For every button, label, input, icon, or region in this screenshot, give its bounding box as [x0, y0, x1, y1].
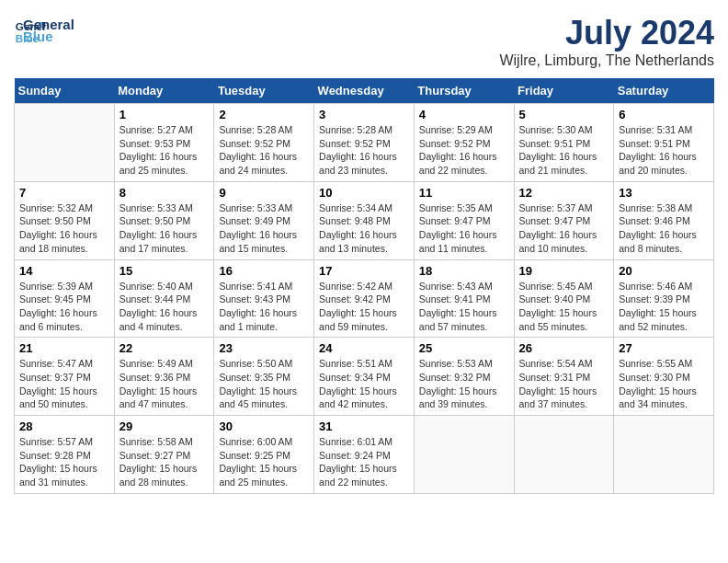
daylight: Daylight: 15 hours and 50 minutes.: [19, 385, 97, 410]
calendar-cell: 29 Sunrise: 5:58 AM Sunset: 9:27 PM Dayl…: [114, 416, 214, 494]
sunset: Sunset: 9:53 PM: [119, 138, 191, 149]
sunrise: Sunrise: 5:45 AM: [519, 281, 593, 292]
sunset: Sunset: 9:24 PM: [319, 450, 391, 461]
calendar-cell: 10 Sunrise: 5:34 AM Sunset: 9:48 PM Dayl…: [314, 181, 415, 259]
calendar-cell: 25 Sunrise: 5:53 AM Sunset: 9:32 PM Dayl…: [414, 338, 514, 416]
day-info: Sunrise: 5:29 AM Sunset: 9:52 PM Dayligh…: [419, 123, 509, 178]
sunrise: Sunrise: 5:28 AM: [319, 124, 392, 135]
logo-blue: Blue: [23, 29, 74, 44]
day-number: 29: [119, 419, 210, 433]
sunrise: Sunrise: 5:49 AM: [119, 358, 193, 369]
day-number: 20: [619, 264, 709, 278]
calendar-row-4: 28 Sunrise: 5:57 AM Sunset: 9:28 PM Dayl…: [15, 416, 714, 494]
sunrise: Sunrise: 5:54 AM: [519, 358, 593, 369]
calendar-cell: 6 Sunrise: 5:31 AM Sunset: 9:51 PM Dayli…: [614, 104, 714, 182]
daylight: Daylight: 15 hours and 25 minutes.: [219, 463, 297, 488]
calendar-cell: 23 Sunrise: 5:50 AM Sunset: 9:35 PM Dayl…: [214, 338, 314, 416]
daylight: Daylight: 16 hours and 18 minutes.: [19, 229, 97, 254]
calendar-cell: 21 Sunrise: 5:47 AM Sunset: 9:37 PM Dayl…: [15, 338, 115, 416]
day-number: 16: [219, 264, 309, 278]
sunset: Sunset: 9:45 PM: [19, 293, 91, 304]
daylight: Daylight: 16 hours and 23 minutes.: [319, 151, 397, 176]
sunset: Sunset: 9:49 PM: [219, 215, 290, 226]
day-info: Sunrise: 5:31 AM Sunset: 9:51 PM Dayligh…: [619, 123, 709, 178]
day-info: Sunrise: 6:01 AM Sunset: 9:24 PM Dayligh…: [319, 435, 409, 489]
sunset: Sunset: 9:41 PM: [419, 293, 491, 304]
day-number: 8: [119, 186, 210, 200]
day-info: Sunrise: 5:39 AM Sunset: 9:45 PM Dayligh…: [19, 280, 109, 334]
daylight: Daylight: 15 hours and 34 minutes.: [619, 385, 697, 410]
calendar-cell: 4 Sunrise: 5:29 AM Sunset: 9:52 PM Dayli…: [414, 104, 514, 182]
sunset: Sunset: 9:52 PM: [219, 138, 290, 149]
sunrise: Sunrise: 5:39 AM: [19, 281, 93, 292]
sunset: Sunset: 9:37 PM: [19, 372, 91, 383]
day-info: Sunrise: 5:30 AM Sunset: 9:51 PM Dayligh…: [519, 123, 609, 178]
day-number: 18: [419, 264, 509, 278]
page-header: General Blue General Blue July 2024 Wijl…: [14, 14, 714, 69]
calendar-cell: 24 Sunrise: 5:51 AM Sunset: 9:34 PM Dayl…: [314, 338, 415, 416]
day-number: 1: [119, 108, 210, 121]
day-info: Sunrise: 5:51 AM Sunset: 9:34 PM Dayligh…: [319, 357, 409, 411]
daylight: Daylight: 16 hours and 8 minutes.: [619, 229, 697, 254]
sunrise: Sunrise: 5:29 AM: [419, 124, 493, 135]
daylight: Daylight: 15 hours and 45 minutes.: [219, 385, 297, 410]
day-info: Sunrise: 5:28 AM Sunset: 9:52 PM Dayligh…: [219, 123, 309, 178]
day-info: Sunrise: 5:41 AM Sunset: 9:43 PM Dayligh…: [219, 280, 309, 334]
calendar-cell: [614, 416, 714, 494]
sunrise: Sunrise: 5:58 AM: [119, 436, 193, 447]
col-sunday: Sunday: [15, 78, 115, 104]
day-info: Sunrise: 5:54 AM Sunset: 9:31 PM Dayligh…: [519, 357, 609, 411]
day-number: 15: [119, 264, 210, 278]
daylight: Daylight: 16 hours and 24 minutes.: [219, 151, 297, 176]
day-number: 9: [219, 186, 309, 200]
sunrise: Sunrise: 5:28 AM: [219, 124, 292, 135]
day-number: 24: [319, 341, 409, 355]
day-number: 4: [419, 108, 509, 121]
month-year: July 2024: [499, 14, 714, 52]
calendar-cell: 2 Sunrise: 5:28 AM Sunset: 9:52 PM Dayli…: [214, 104, 314, 182]
calendar-table: Sunday Monday Tuesday Wednesday Thursday…: [14, 78, 714, 494]
sunset: Sunset: 9:51 PM: [519, 138, 591, 149]
day-info: Sunrise: 5:46 AM Sunset: 9:39 PM Dayligh…: [619, 280, 709, 334]
sunset: Sunset: 9:25 PM: [219, 450, 290, 461]
col-monday: Monday: [114, 78, 214, 104]
calendar-cell: 17 Sunrise: 5:42 AM Sunset: 9:42 PM Dayl…: [314, 259, 415, 338]
calendar-cell: 18 Sunrise: 5:43 AM Sunset: 9:41 PM Dayl…: [414, 259, 514, 338]
day-number: 23: [219, 341, 309, 355]
day-number: 3: [319, 108, 409, 121]
sunrise: Sunrise: 5:37 AM: [519, 202, 593, 213]
calendar-row-2: 14 Sunrise: 5:39 AM Sunset: 9:45 PM Dayl…: [15, 259, 714, 338]
calendar-cell: 1 Sunrise: 5:27 AM Sunset: 9:53 PM Dayli…: [114, 104, 214, 182]
sunset: Sunset: 9:47 PM: [419, 215, 491, 226]
sunset: Sunset: 9:36 PM: [119, 372, 191, 383]
calendar-cell: 12 Sunrise: 5:37 AM Sunset: 9:47 PM Dayl…: [514, 181, 614, 259]
day-number: 7: [19, 186, 109, 200]
sunset: Sunset: 9:52 PM: [419, 138, 491, 149]
daylight: Daylight: 16 hours and 6 minutes.: [19, 307, 97, 332]
sunset: Sunset: 9:39 PM: [619, 293, 690, 304]
day-info: Sunrise: 5:40 AM Sunset: 9:44 PM Dayligh…: [119, 280, 210, 334]
sunrise: Sunrise: 5:32 AM: [19, 202, 93, 213]
day-number: 27: [619, 341, 709, 355]
sunrise: Sunrise: 5:50 AM: [219, 358, 292, 369]
sunrise: Sunrise: 5:55 AM: [619, 358, 692, 369]
day-info: Sunrise: 5:49 AM Sunset: 9:36 PM Dayligh…: [119, 357, 210, 411]
daylight: Daylight: 16 hours and 22 minutes.: [419, 151, 497, 176]
day-number: 26: [519, 341, 609, 355]
daylight: Daylight: 16 hours and 4 minutes.: [119, 307, 198, 332]
sunset: Sunset: 9:35 PM: [219, 372, 290, 383]
calendar-cell: 13 Sunrise: 5:38 AM Sunset: 9:46 PM Dayl…: [614, 181, 714, 259]
day-info: Sunrise: 5:28 AM Sunset: 9:52 PM Dayligh…: [319, 123, 409, 178]
col-wednesday: Wednesday: [314, 78, 415, 104]
sunrise: Sunrise: 5:38 AM: [619, 202, 692, 213]
calendar-cell: 28 Sunrise: 5:57 AM Sunset: 9:28 PM Dayl…: [15, 416, 115, 494]
day-info: Sunrise: 5:34 AM Sunset: 9:48 PM Dayligh…: [319, 201, 409, 256]
daylight: Daylight: 15 hours and 31 minutes.: [19, 463, 97, 488]
sunrise: Sunrise: 5:42 AM: [319, 281, 392, 292]
sunset: Sunset: 9:43 PM: [219, 293, 290, 304]
calendar-cell: 14 Sunrise: 5:39 AM Sunset: 9:45 PM Dayl…: [15, 259, 115, 338]
day-number: 25: [419, 341, 509, 355]
sunrise: Sunrise: 6:01 AM: [319, 436, 392, 447]
daylight: Daylight: 15 hours and 39 minutes.: [419, 385, 497, 410]
day-number: 28: [19, 419, 109, 433]
